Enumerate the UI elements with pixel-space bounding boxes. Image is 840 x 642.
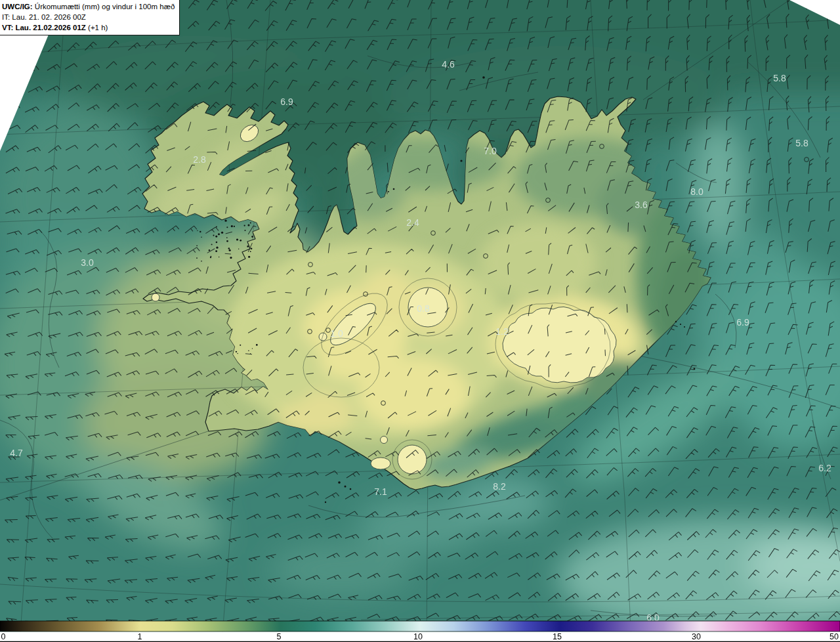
svg-text:0: 0 xyxy=(1,632,6,641)
svg-text:1.0: 1.0 xyxy=(330,328,343,339)
svg-text:5.8: 5.8 xyxy=(773,73,786,83)
svg-text:5.8: 5.8 xyxy=(795,138,808,148)
svg-text:30: 30 xyxy=(692,632,701,641)
svg-text:8.0: 8.0 xyxy=(690,186,704,197)
svg-text:2.4: 2.4 xyxy=(406,217,419,228)
title-box: UWC/IG: Úrkomumætti (mm) og vindur i 100… xyxy=(0,0,180,35)
map-canvas: 4.66.95.85.82.87.08.03.62.43.06.91.00.81… xyxy=(0,0,840,642)
svg-text:4.6: 4.6 xyxy=(442,59,455,70)
svg-text:7.0: 7.0 xyxy=(484,146,497,156)
svg-text:1: 1 xyxy=(138,632,142,641)
svg-text:50: 50 xyxy=(830,632,839,641)
svg-text:1.2: 1.2 xyxy=(495,326,509,337)
weather-map: { "title_box": { "model_label": "UWC/IG:… xyxy=(0,0,840,642)
svg-text:3.0: 3.0 xyxy=(81,257,94,268)
svg-text:5: 5 xyxy=(277,632,282,641)
svg-text:0.8: 0.8 xyxy=(417,303,430,314)
svg-text:6.9: 6.9 xyxy=(280,96,293,107)
svg-text:4.7: 4.7 xyxy=(10,448,23,458)
svg-text:8.2: 8.2 xyxy=(493,481,506,492)
svg-text:10: 10 xyxy=(413,632,423,641)
svg-text:6.2: 6.2 xyxy=(818,463,831,473)
svg-text:6.9: 6.9 xyxy=(736,317,749,328)
svg-text:7.1: 7.1 xyxy=(374,486,387,497)
svg-text:3.6: 3.6 xyxy=(635,200,648,210)
svg-text:15: 15 xyxy=(553,632,562,641)
title-line-product: UWC/IG: Úrkomumætti (mm) og vindur i 100… xyxy=(2,1,175,12)
svg-text:2.8: 2.8 xyxy=(193,154,206,165)
title-line-init: IT: Lau. 21. 02. 2026 00Z xyxy=(2,12,175,22)
title-line-valid: VT: Lau. 21.02.2026 01Z (+1 h) xyxy=(2,22,175,33)
